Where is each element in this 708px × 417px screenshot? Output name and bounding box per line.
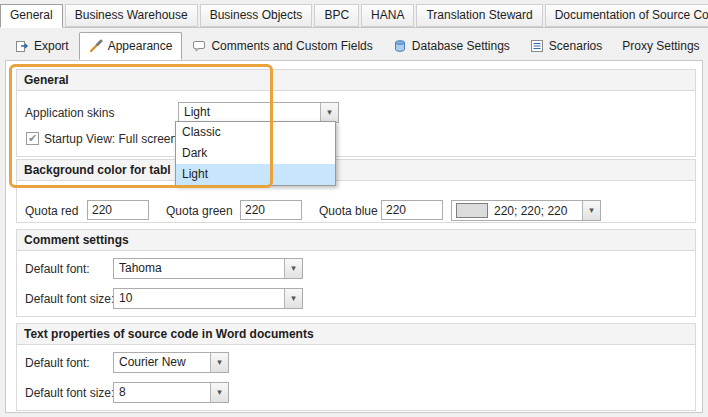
group-general-header: General xyxy=(17,70,695,91)
application-skins-combobox[interactable]: Light ▾ xyxy=(178,102,339,123)
tab-general[interactable]: General xyxy=(0,4,63,28)
group-background-header: Background color for tabl xyxy=(17,160,695,181)
group-comment-settings: Comment settings Default font: Tahoma ▾ … xyxy=(16,229,696,317)
color-swatch-label: 220; 220; 220 xyxy=(494,204,567,218)
tab-bpc[interactable]: BPC xyxy=(314,4,359,27)
group-background-color: Background color for tabl Quota red Quot… xyxy=(16,159,696,223)
skins-option-classic[interactable]: Classic xyxy=(176,122,335,143)
word-font-size-combobox[interactable]: 8 ▾ xyxy=(113,382,229,403)
tab-business-warehouse[interactable]: Business Warehouse xyxy=(65,4,198,27)
export-icon xyxy=(15,39,29,53)
tab-comments-custom-fields[interactable]: Comments and Custom Fields xyxy=(182,32,382,60)
chevron-down-icon[interactable]: ▾ xyxy=(284,259,302,278)
background-color-combobox[interactable]: 220; 220; 220 ▾ xyxy=(451,200,601,221)
word-font-combobox[interactable]: Courier New ▾ xyxy=(113,352,229,373)
group-general: General Application skins Light ▾ ✔ Star… xyxy=(16,69,696,157)
application-skins-value: Light xyxy=(184,103,319,122)
sub-tabstrip: Export Appearance Comments and Custom Fi… xyxy=(5,32,703,60)
tab-hana[interactable]: HANA xyxy=(361,4,414,27)
skins-option-dark[interactable]: Dark xyxy=(176,143,335,164)
skins-dropdown-list: Classic Dark Light xyxy=(175,121,336,186)
word-font-label: Default font: xyxy=(25,356,90,370)
comment-font-size-label: Default font size: xyxy=(25,292,114,306)
group-comment-header: Comment settings xyxy=(17,230,695,251)
chevron-down-icon[interactable]: ▾ xyxy=(210,353,228,372)
top-tabstrip: General Business Warehouse Business Obje… xyxy=(0,0,708,28)
chevron-down-icon[interactable]: ▾ xyxy=(284,289,302,308)
tab-proxy-settings[interactable]: Proxy Settings xyxy=(612,32,708,60)
chevron-down-icon[interactable]: ▾ xyxy=(582,201,600,220)
tab-business-objects[interactable]: Business Objects xyxy=(200,4,313,27)
quota-red-label: Quota red xyxy=(25,204,78,218)
quota-blue-label: Quota blue xyxy=(319,204,378,218)
tab-appearance[interactable]: Appearance xyxy=(79,32,183,60)
appearance-icon xyxy=(89,39,103,53)
comment-font-size-combobox[interactable]: 10 ▾ xyxy=(113,288,303,309)
comment-font-size-value: 10 xyxy=(119,289,283,308)
word-font-value: Courier New xyxy=(119,353,209,372)
group-word-header: Text properties of source code in Word d… xyxy=(17,324,695,345)
comment-font-value: Tahoma xyxy=(119,259,283,278)
skins-option-light[interactable]: Light xyxy=(176,164,335,185)
tab-database-label: Database Settings xyxy=(412,39,510,53)
tab-translation-steward[interactable]: Translation Steward xyxy=(416,4,542,27)
group-word-text-properties: Text properties of source code in Word d… xyxy=(16,323,696,411)
chevron-down-icon[interactable]: ▾ xyxy=(210,383,228,402)
tab-database-settings[interactable]: Database Settings xyxy=(383,32,520,60)
background-color-value: 220; 220; 220 xyxy=(456,201,581,220)
chevron-down-icon[interactable]: ▾ xyxy=(320,103,338,122)
quota-blue-input[interactable] xyxy=(381,200,443,220)
color-swatch xyxy=(456,203,488,218)
tab-scenarios[interactable]: Scenarios xyxy=(520,32,612,60)
comment-font-label: Default font: xyxy=(25,262,90,276)
startup-fullscreen-checkbox[interactable]: ✔ xyxy=(26,132,39,145)
comment-font-combobox[interactable]: Tahoma ▾ xyxy=(113,258,303,279)
startup-fullscreen-label: Startup View: Full screen xyxy=(44,132,177,146)
appearance-tab-panel: General Application skins Light ▾ ✔ Star… xyxy=(5,60,703,413)
tab-documentation-source-code[interactable]: Documentation of Source Code xyxy=(545,4,708,27)
database-icon xyxy=(393,39,407,53)
tab-scenarios-label: Scenarios xyxy=(549,39,602,53)
application-skins-label: Application skins xyxy=(25,106,114,120)
word-font-size-value: 8 xyxy=(119,383,209,402)
tab-proxy-label: Proxy Settings xyxy=(622,39,699,53)
tab-appearance-label: Appearance xyxy=(108,39,173,53)
quota-green-label: Quota green xyxy=(166,204,233,218)
tab-comments-label: Comments and Custom Fields xyxy=(211,39,372,53)
quota-green-input[interactable] xyxy=(240,200,302,220)
settings-window: General Business Warehouse Business Obje… xyxy=(0,0,708,417)
scenarios-icon xyxy=(530,39,544,53)
quota-red-input[interactable] xyxy=(87,200,149,220)
word-font-size-label: Default font size: xyxy=(25,386,114,400)
tab-export[interactable]: Export xyxy=(5,32,79,60)
comments-icon xyxy=(192,39,206,53)
tab-export-label: Export xyxy=(34,39,69,53)
